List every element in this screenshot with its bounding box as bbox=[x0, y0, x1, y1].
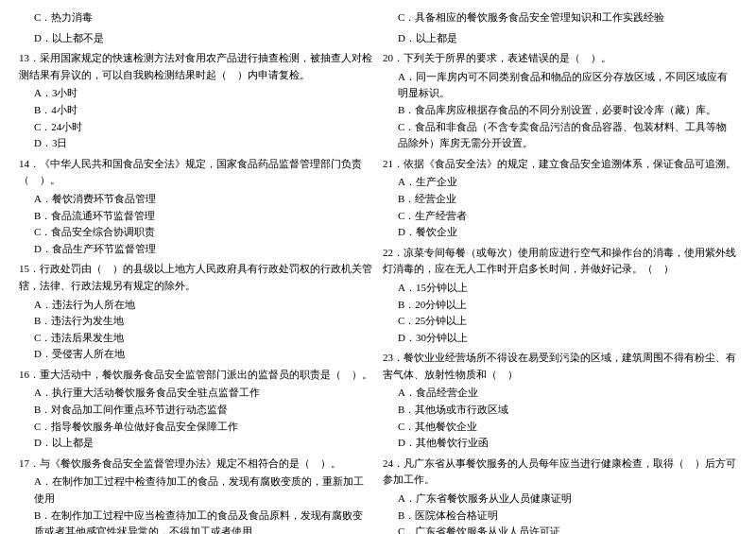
q14-c: C．食品安全综合协调职责 bbox=[19, 224, 373, 241]
two-columns: C．热力消毒 D．以上都不是 13．采用国家规定的快速检测方法对食用农产品进行抽… bbox=[19, 9, 737, 534]
q20-b: B．食品库房应根据存食品的不同分别设置，必要时设冷库（藏）库。 bbox=[383, 102, 737, 119]
q16-c: C．指导餐饮服务单位做好食品安全保障工作 bbox=[19, 419, 373, 436]
q21-d: D．餐饮企业 bbox=[383, 224, 737, 241]
q13-a: A．3小时 bbox=[19, 85, 373, 102]
option-text: C．热力消毒 bbox=[19, 9, 373, 26]
q22-d: D．30分钟以上 bbox=[383, 330, 737, 347]
q13-d: D．3日 bbox=[19, 135, 373, 152]
question-24: 24．凡广东省从事餐饮服务的人员每年应当进行健康检查，取得（ ）后方可参加工作。… bbox=[383, 456, 737, 534]
question-22: 22．凉菜专间每餐（或每次）使用前应进行空气和操作台的消毒，使用紫外线灯消毒的，… bbox=[383, 245, 737, 347]
question-15: 15．行政处罚由（ ）的县级以上地方人民政府具有行政处罚权的行政机关管辖，法律、… bbox=[19, 261, 373, 363]
q13-c: C．24小时 bbox=[19, 119, 373, 136]
q14-text: 14．《中华人民共和国食品安全法》规定，国家食品药品监督管理部门负责（ ）。 bbox=[19, 156, 373, 189]
q16-d: D．以上都是 bbox=[19, 435, 373, 452]
page-container: C．热力消毒 D．以上都不是 13．采用国家规定的快速检测方法对食用农产品进行抽… bbox=[19, 9, 737, 534]
q17-text: 17．与《餐饮服务食品安全监督管理办法》规定不相符合的是（ ）。 bbox=[19, 456, 373, 473]
q20-text: 20．下列关于所界的要求，表述错误的是（ ）。 bbox=[383, 50, 737, 67]
q22-text: 22．凉菜专间每餐（或每次）使用前应进行空气和操作台的消毒，使用紫外线灯消毒的，… bbox=[383, 245, 737, 278]
option-text: D．以上都不是 bbox=[19, 30, 373, 47]
question-23: 23．餐饮业业经营场所不得设在易受到污染的区域，建筑周围不得有粉尘、有害气体、放… bbox=[383, 350, 737, 452]
q24-c: C．广东省餐饮服务从业人员许可证 bbox=[383, 524, 737, 534]
right-column: C．具备相应的餐饮服务食品安全管理知识和工作实践经验 D．以上都是 20．下列关… bbox=[383, 9, 737, 534]
q15-d: D．受侵害人所在地 bbox=[19, 346, 373, 363]
option-text: C．具备相应的餐饮服务食品安全管理知识和工作实践经验 bbox=[383, 9, 737, 26]
q21-text: 21．依据《食品安全法》的规定，建立食品安全追溯体系，保证食品可追溯。 bbox=[383, 156, 737, 173]
q23-b: B．其他场或市行政区域 bbox=[383, 402, 737, 419]
q14-a: A．餐饮消费环节食品管理 bbox=[19, 191, 373, 208]
q23-text: 23．餐饮业业经营场所不得设在易受到污染的区域，建筑周围不得有粉尘、有害气体、放… bbox=[383, 350, 737, 383]
option-text: D．以上都是 bbox=[383, 30, 737, 47]
q15-c: C．违法后果发生地 bbox=[19, 330, 373, 347]
q21-c: C．生产经营者 bbox=[383, 208, 737, 225]
q15-a: A．违法行为人所在地 bbox=[19, 297, 373, 314]
q16-text: 16．重大活动中，餐饮服务食品安全监管部门派出的监督员的职责是（ ）。 bbox=[19, 367, 373, 384]
q16-a: A．执行重大活动餐饮服务食品安全驻点监督工作 bbox=[19, 385, 373, 402]
option-d-all2: D．以上都是 bbox=[383, 30, 737, 47]
q23-c: C．其他餐饮企业 bbox=[383, 419, 737, 436]
option-c-hot: C．热力消毒 bbox=[19, 9, 373, 26]
q14-b: B．食品流通环节监督管理 bbox=[19, 208, 373, 225]
option-d-all: D．以上都不是 bbox=[19, 30, 373, 47]
q22-b: B．20分钟以上 bbox=[383, 297, 737, 314]
q20-a: A．同一库房内可不同类别食品和物品的应区分存放区域，不同区域应有明显标识。 bbox=[383, 69, 737, 102]
q15-text: 15．行政处罚由（ ）的县级以上地方人民政府具有行政处罚权的行政机关管辖，法律、… bbox=[19, 261, 373, 294]
q17-a: A．在制作加工过程中检查待加工的食品，发现有腐败变质的，重新加工使用 bbox=[19, 474, 373, 507]
question-17: 17．与《餐饮服务食品安全监督管理办法》规定不相符合的是（ ）。 A．在制作加工… bbox=[19, 456, 373, 534]
q20-c: C．食品和非食品（不含专卖食品污洁的食品容器、包装材料、工具等物品除外）库房无需… bbox=[383, 119, 737, 152]
question-14: 14．《中华人民共和国食品安全法》规定，国家食品药品监督管理部门负责（ ）。 A… bbox=[19, 156, 373, 258]
q23-d: D．其他餐饮行业函 bbox=[383, 435, 737, 452]
q24-a: A．广东省餐饮服务从业人员健康证明 bbox=[383, 491, 737, 508]
q14-d: D．食品生产环节监督管理 bbox=[19, 241, 373, 258]
q17-b: B．在制作加工过程中应当检查待加工的食品及食品原料，发现有腐败变质或者其他感官性… bbox=[19, 508, 373, 534]
q22-a: A．15分钟以上 bbox=[383, 280, 737, 297]
question-20: 20．下列关于所界的要求，表述错误的是（ ）。 A．同一库房内可不同类别食品和物… bbox=[383, 50, 737, 152]
q24-b: B．医院体检合格证明 bbox=[383, 508, 737, 525]
question-21: 21．依据《食品安全法》的规定，建立食品安全追溯体系，保证食品可追溯。 A．生产… bbox=[383, 156, 737, 241]
q13-text: 13．采用国家规定的快速检测方法对食用农产品进行抽查检测，被抽查人对检测结果有异… bbox=[19, 50, 373, 83]
question-13: 13．采用国家规定的快速检测方法对食用农产品进行抽查检测，被抽查人对检测结果有异… bbox=[19, 50, 373, 152]
q13-b: B．4小时 bbox=[19, 102, 373, 119]
q21-a: A．生产企业 bbox=[383, 174, 737, 191]
left-column: C．热力消毒 D．以上都不是 13．采用国家规定的快速检测方法对食用农产品进行抽… bbox=[19, 9, 373, 534]
q16-b: B．对食品加工间作重点环节进行动态监督 bbox=[19, 402, 373, 419]
q15-b: B．违法行为发生地 bbox=[19, 313, 373, 330]
q24-text: 24．凡广东省从事餐饮服务的人员每年应当进行健康检查，取得（ ）后方可参加工作。 bbox=[383, 456, 737, 489]
option-c-exp: C．具备相应的餐饮服务食品安全管理知识和工作实践经验 bbox=[383, 9, 737, 26]
q23-a: A．食品经营企业 bbox=[383, 385, 737, 402]
q22-c: C．25分钟以上 bbox=[383, 313, 737, 330]
question-16: 16．重大活动中，餐饮服务食品安全监管部门派出的监督员的职责是（ ）。 A．执行… bbox=[19, 367, 373, 452]
q21-b: B．经营企业 bbox=[383, 191, 737, 208]
